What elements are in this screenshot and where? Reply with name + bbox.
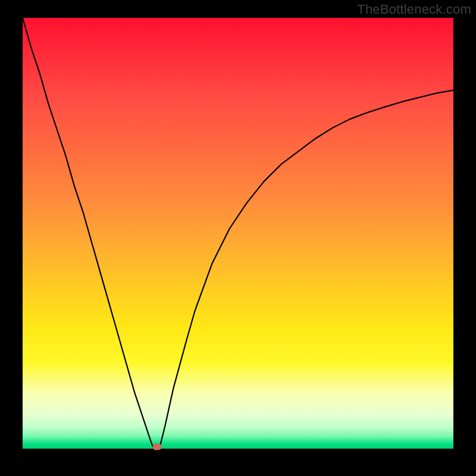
plot-area: [23, 18, 453, 449]
watermark-text: TheBottleneck.com: [357, 2, 471, 17]
dip-marker: [152, 444, 161, 450]
chart-frame: TheBottleneck.com: [0, 0, 476, 476]
bottleneck-curve: [23, 18, 453, 449]
